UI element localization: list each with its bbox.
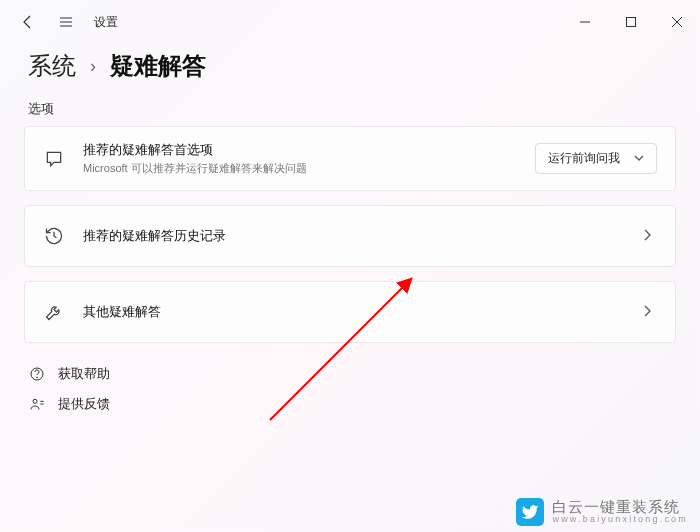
- card-subtitle: Microsoft 可以推荐并运行疑难解答来解决问题: [83, 161, 517, 176]
- card-title: 推荐的疑难解答首选项: [83, 141, 517, 159]
- feedback-link[interactable]: 提供反馈: [28, 395, 672, 413]
- dropdown-value: 运行前询问我: [548, 150, 620, 167]
- link-label: 获取帮助: [58, 365, 110, 383]
- breadcrumb: 系统 › 疑难解答: [0, 44, 700, 100]
- card-title: 推荐的疑难解答历史记录: [83, 227, 619, 245]
- titlebar-left: 设置: [18, 12, 118, 32]
- window-title: 设置: [94, 14, 118, 31]
- card-action: 运行前询问我: [535, 143, 657, 174]
- watermark-sub: www.baiyunxitong.com: [552, 515, 688, 525]
- card-recommended-history[interactable]: 推荐的疑难解答历史记录: [24, 205, 676, 267]
- chevron-down-icon: [634, 152, 644, 166]
- wrench-icon: [43, 301, 65, 323]
- section-label: 选项: [0, 100, 700, 126]
- chevron-right-icon: ›: [90, 56, 96, 77]
- breadcrumb-parent[interactable]: 系统: [28, 50, 76, 82]
- maximize-button[interactable]: [608, 6, 654, 38]
- settings-cards: 推荐的疑难解答首选项 Microsoft 可以推荐并运行疑难解答来解决问题 运行…: [0, 126, 700, 343]
- chevron-right-icon: [637, 227, 657, 245]
- minimize-button[interactable]: [562, 6, 608, 38]
- breadcrumb-current: 疑难解答: [110, 50, 206, 82]
- svg-point-3: [33, 399, 37, 403]
- watermark-main: 白云一键重装系统: [552, 499, 688, 516]
- svg-rect-0: [627, 18, 636, 27]
- menu-button[interactable]: [56, 12, 76, 32]
- card-body: 推荐的疑难解答首选项 Microsoft 可以推荐并运行疑难解答来解决问题: [83, 141, 517, 176]
- chevron-right-icon: [637, 303, 657, 321]
- titlebar: 设置: [0, 0, 700, 44]
- pref-dropdown[interactable]: 运行前询问我: [535, 143, 657, 174]
- history-icon: [43, 225, 65, 247]
- svg-point-2: [37, 377, 38, 378]
- feedback-icon: [28, 395, 46, 413]
- close-button[interactable]: [654, 6, 700, 38]
- link-label: 提供反馈: [58, 395, 110, 413]
- card-recommended-pref: 推荐的疑难解答首选项 Microsoft 可以推荐并运行疑难解答来解决问题 运行…: [24, 126, 676, 191]
- chat-icon: [43, 148, 65, 170]
- watermark: 白云一键重装系统 www.baiyunxitong.com: [516, 498, 688, 526]
- card-title: 其他疑难解答: [83, 303, 619, 321]
- get-help-link[interactable]: 获取帮助: [28, 365, 672, 383]
- watermark-text: 白云一键重装系统 www.baiyunxitong.com: [552, 499, 688, 525]
- window-controls: [562, 6, 700, 38]
- back-button[interactable]: [18, 12, 38, 32]
- card-other-troubleshoot[interactable]: 其他疑难解答: [24, 281, 676, 343]
- watermark-logo: [516, 498, 544, 526]
- card-body: 推荐的疑难解答历史记录: [83, 227, 619, 245]
- help-icon: [28, 365, 46, 383]
- help-links: 获取帮助 提供反馈: [0, 343, 700, 435]
- card-body: 其他疑难解答: [83, 303, 619, 321]
